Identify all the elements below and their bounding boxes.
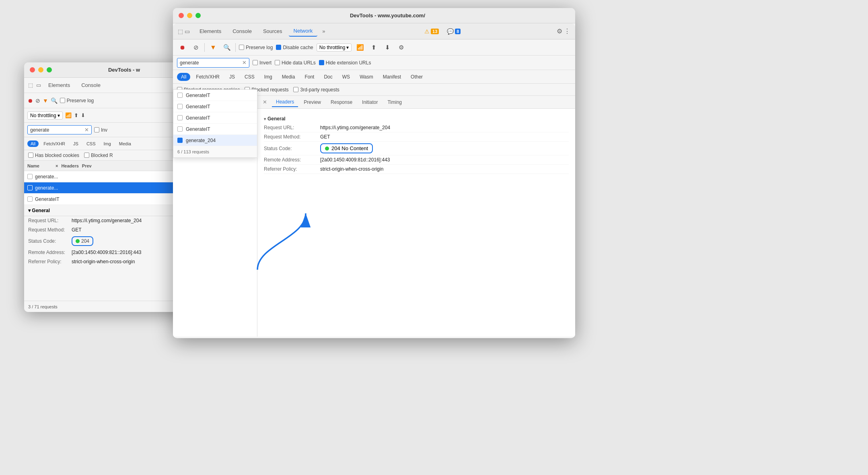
front-settings2-icon[interactable]: ⚙: [396, 42, 406, 53]
front-settings-icon[interactable]: ⚙: [557, 27, 562, 35]
front-hide-ext-urls-checkbox[interactable]: Hide extension URLs: [319, 60, 371, 66]
front-invert-cb[interactable]: [253, 60, 258, 65]
front-dd-row-3[interactable]: GenerateIT: [173, 112, 257, 124]
back-url-row: Request URL: https://i.ytimg.com/generat…: [24, 216, 197, 225]
back-invert-checkbox[interactable]: Inv: [94, 127, 107, 133]
back-throttle-select[interactable]: No throttling ▾: [27, 112, 63, 120]
front-dd-cb-2[interactable]: [177, 104, 183, 109]
front-preserve-log-checkbox[interactable]: Preserve log: [239, 45, 273, 50]
front-panel-close[interactable]: ✕: [261, 98, 269, 106]
front-warn-count: 13: [431, 29, 439, 34]
front-third-party-filter[interactable]: 3rd-party requests: [293, 87, 339, 93]
front-pill-manifest[interactable]: Manifest: [379, 73, 405, 81]
front-hide-data-urls-checkbox[interactable]: Hide data URLs: [275, 60, 316, 66]
front-dd-cb-1[interactable]: [177, 93, 183, 98]
front-pill-doc[interactable]: Doc: [320, 73, 336, 81]
front-pill-font[interactable]: Font: [300, 73, 318, 81]
back-search-icon[interactable]: 🔍: [51, 97, 58, 104]
back-pill-css[interactable]: CSS: [83, 140, 99, 147]
back-net-row-1[interactable]: generate...: [24, 171, 197, 182]
back-preserve-cb[interactable]: [60, 98, 65, 103]
front-pill-other[interactable]: Other: [407, 73, 427, 81]
front-panel-tab-preview[interactable]: Preview: [300, 98, 325, 107]
back-record-icon[interactable]: ⏺: [27, 97, 33, 104]
front-panel-tab-response[interactable]: Response: [327, 98, 356, 107]
front-dd-cb-5[interactable]: [177, 138, 183, 143]
front-third-party-cb[interactable]: [293, 87, 298, 92]
front-tab-sources[interactable]: Sources: [258, 26, 287, 36]
front-tab-elements[interactable]: Elements: [195, 26, 226, 36]
front-tab-network[interactable]: Network: [289, 26, 318, 37]
back-net-row-3[interactable]: GenerateIT: [24, 194, 197, 205]
front-search-box[interactable]: generate ✕: [177, 58, 249, 68]
front-dd-row-5[interactable]: generate_204: [173, 135, 257, 146]
front-pill-img[interactable]: Img: [260, 73, 276, 81]
front-more-options-icon[interactable]: ⋮: [564, 27, 570, 35]
back-maximize-button[interactable]: [47, 67, 52, 72]
front-hide-ext-urls-cb[interactable]: [319, 60, 324, 65]
back-devtools-window: DevTools - w ⬚ ▭ Elements Console ⏺ ⊘ ▼ …: [24, 62, 197, 312]
back-net-row-2-cb[interactable]: [27, 185, 33, 190]
back-filter-icon[interactable]: ▼: [43, 97, 48, 104]
front-hide-data-urls-cb[interactable]: [275, 60, 280, 65]
back-minimize-button[interactable]: [38, 67, 43, 72]
back-blocked-requests-cb[interactable]: [84, 153, 89, 158]
front-pill-media[interactable]: Media: [278, 73, 299, 81]
front-upload-icon[interactable]: ⬆: [368, 42, 379, 53]
front-wifi-icon[interactable]: 📶: [355, 42, 365, 53]
front-record-icon[interactable]: ⏺: [177, 42, 187, 53]
front-panel-tab-headers[interactable]: Headers: [272, 97, 298, 107]
back-blocked-cookies-cb[interactable]: [28, 153, 33, 158]
back-tab-console[interactable]: Console: [77, 81, 105, 90]
back-net-row-3-cb[interactable]: [27, 196, 33, 202]
back-invert-cb[interactable]: [94, 127, 99, 132]
back-list-close[interactable]: ×: [56, 163, 58, 168]
front-dd-row-1[interactable]: GenerateIT: [173, 90, 257, 101]
front-close-button[interactable]: [179, 13, 184, 18]
back-tab-elements[interactable]: Elements: [44, 81, 74, 90]
front-pill-wasm[interactable]: Wasm: [356, 73, 377, 81]
front-disable-cache-checkbox[interactable]: Disable cache: [276, 45, 313, 50]
front-pill-all[interactable]: All: [177, 73, 190, 81]
front-search-icon[interactable]: 🔍: [222, 42, 232, 53]
front-cancel-icon[interactable]: ⊘: [191, 42, 201, 53]
front-search-clear[interactable]: ✕: [242, 60, 247, 66]
front-throttle-select[interactable]: No throttling ▾: [317, 43, 352, 52]
front-pill-css[interactable]: CSS: [241, 73, 259, 81]
front-pill-ws[interactable]: WS: [338, 73, 354, 81]
back-pill-js[interactable]: JS: [70, 140, 82, 147]
front-panel-tab-initiator[interactable]: Initiator: [358, 98, 382, 107]
front-preserve-cb[interactable]: [239, 45, 244, 50]
back-pill-fetch[interactable]: Fetch/XHR: [40, 140, 68, 147]
front-dd-name-3: GenerateIT: [186, 115, 210, 121]
back-search-clear[interactable]: ✕: [84, 127, 89, 133]
back-list-headers-tab[interactable]: Headers: [61, 163, 78, 168]
back-blocked-requests-filter[interactable]: Blocked R: [84, 153, 113, 158]
front-minimize-button[interactable]: [187, 13, 192, 18]
front-dd-cb-4[interactable]: [177, 126, 183, 132]
front-invert-checkbox[interactable]: Invert: [253, 60, 272, 66]
front-panel-tab-timing[interactable]: Timing: [383, 98, 406, 107]
front-tab-console[interactable]: Console: [228, 26, 257, 36]
front-disable-cache-cb[interactable]: [276, 45, 281, 50]
back-blocked-cookies-filter[interactable]: Has blocked cookies: [28, 153, 79, 158]
front-pill-js[interactable]: JS: [225, 73, 239, 81]
back-search-input[interactable]: generate ✕: [27, 125, 92, 134]
front-maximize-button[interactable]: [195, 13, 201, 18]
back-net-row-1-cb[interactable]: [27, 174, 33, 179]
front-pill-fetch[interactable]: Fetch/XHR: [192, 73, 224, 81]
back-pill-all[interactable]: All: [27, 140, 39, 147]
back-list-preview-tab[interactable]: Prev: [82, 163, 92, 168]
front-download-icon[interactable]: ⬇: [382, 42, 393, 53]
front-dd-row-4[interactable]: GenerateIT: [173, 124, 257, 135]
back-preserve-log-checkbox[interactable]: Preserve log: [60, 98, 94, 103]
back-pill-img[interactable]: Img: [101, 140, 114, 147]
front-dd-cb-3[interactable]: [177, 115, 183, 120]
front-dd-row-2[interactable]: GenerateIT: [173, 101, 257, 112]
front-more-tabs[interactable]: »: [319, 26, 328, 36]
back-net-row-2[interactable]: generate...: [24, 182, 197, 194]
front-filter-icon[interactable]: ▼: [208, 42, 218, 53]
back-close-button[interactable]: [30, 67, 35, 72]
back-cancel-icon[interactable]: ⊘: [35, 97, 40, 104]
back-pill-media[interactable]: Media: [116, 140, 134, 147]
